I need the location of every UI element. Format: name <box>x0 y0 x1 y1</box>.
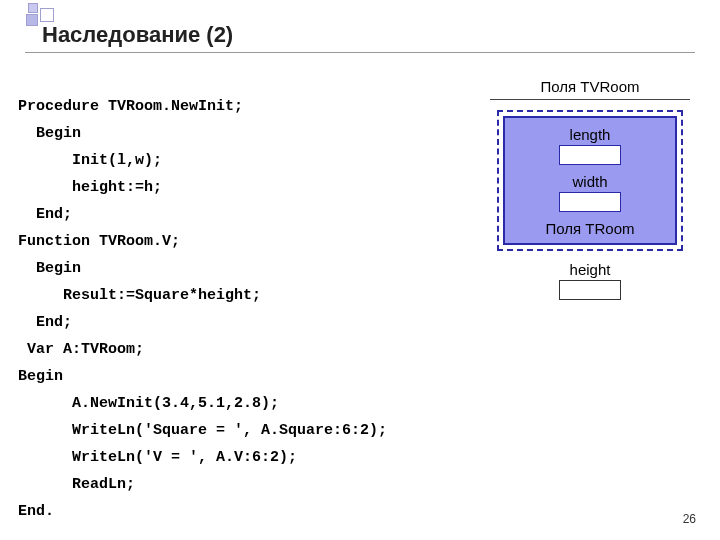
width-field <box>559 192 621 212</box>
diagram-title: Поля TVRoom <box>490 78 690 95</box>
troom-label: Поля TRoom <box>505 220 675 237</box>
diagram-divider <box>490 99 690 100</box>
code-line: Begin <box>18 368 63 385</box>
code-line: End; <box>18 314 72 331</box>
code-line: End. <box>18 503 54 520</box>
code-line: Result:=Square*height; <box>18 287 261 304</box>
code-line: Procedure TVRoom.NewInit; <box>18 98 243 115</box>
code-line: Init(l,w); <box>18 152 162 169</box>
troom-inner-box: length width Поля TRoom <box>503 116 677 245</box>
code-line: Begin <box>18 260 81 277</box>
tvroom-outer-box: length width Поля TRoom <box>497 110 683 251</box>
code-line: ReadLn; <box>18 476 135 493</box>
height-block: height <box>490 261 690 300</box>
code-line: height:=h; <box>18 179 162 196</box>
code-line: Begin <box>18 125 81 142</box>
code-line: End; <box>18 206 72 223</box>
code-line: WriteLn('V = ', A.V:6:2); <box>18 449 297 466</box>
height-field <box>559 280 621 300</box>
slide-title: Наследование (2) <box>42 22 233 48</box>
length-field <box>559 145 621 165</box>
code-line: Function TVRoom.V; <box>18 233 180 250</box>
code-line: Var A:TVRoom; <box>18 341 144 358</box>
code-line: A.NewInit(3.4,5.1,2.8); <box>18 395 279 412</box>
code-block: Procedure TVRoom.NewInit; Begin Init(l,w… <box>18 66 387 525</box>
code-line: WriteLn('Square = ', A.Square:6:2); <box>18 422 387 439</box>
length-label: length <box>505 126 675 143</box>
width-label: width <box>505 173 675 190</box>
height-label: height <box>490 261 690 278</box>
page-number: 26 <box>683 512 696 526</box>
fields-diagram: Поля TVRoom length width Поля TRoom heig… <box>490 78 690 308</box>
title-underline <box>25 52 695 53</box>
